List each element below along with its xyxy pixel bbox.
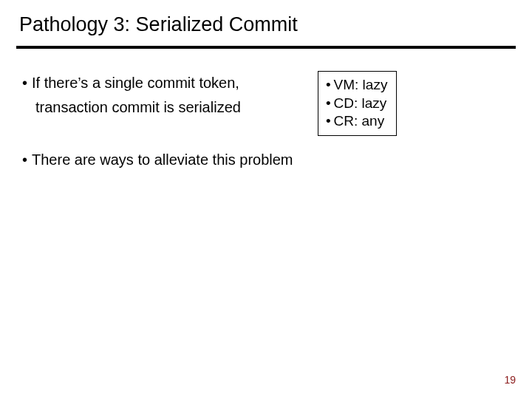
bullet-1-text-line1: If there’s a single commit token, bbox=[32, 75, 239, 91]
bullet-1-line2: transaction commit is serialized bbox=[22, 98, 241, 117]
slide: Pathology 3: Serialized Commit •If there… bbox=[0, 0, 532, 399]
page-number: 19 bbox=[504, 374, 516, 386]
slide-title: Pathology 3: Serialized Commit bbox=[19, 13, 298, 36]
bullet-2-text: There are ways to alleviate this problem bbox=[32, 151, 293, 168]
bullet-mark: • bbox=[22, 151, 27, 168]
cd-label: CD: bbox=[334, 95, 358, 111]
first-bullet-block: •If there’s a single commit token, trans… bbox=[22, 74, 510, 136]
title-rule bbox=[16, 46, 516, 49]
vm-label: VM: bbox=[334, 77, 359, 92]
bullet-1-text-line2: transaction commit is serialized bbox=[35, 99, 241, 115]
properties-box: •VM: lazy •CD: lazy •CR: any bbox=[318, 71, 398, 136]
slide-body: •If there’s a single commit token, trans… bbox=[22, 74, 510, 175]
cr-label: CR: bbox=[334, 113, 358, 129]
bullet-mark: • bbox=[22, 75, 27, 91]
bullet-mark: • bbox=[326, 113, 331, 129]
cd-value: lazy bbox=[362, 95, 387, 111]
box-row-cd: •CD: lazy bbox=[326, 95, 388, 113]
bullet-1: •If there’s a single commit token, trans… bbox=[22, 74, 241, 123]
bullet-2: •There are ways to alleviate this proble… bbox=[22, 151, 510, 169]
bullet-mark: • bbox=[326, 95, 331, 111]
box-row-cr: •CR: any bbox=[326, 112, 388, 131]
vm-value: lazy bbox=[363, 77, 388, 92]
bullet-1-line1: •If there’s a single commit token, bbox=[22, 74, 241, 92]
box-row-vm: •VM: lazy bbox=[326, 76, 388, 95]
bullet-mark: • bbox=[326, 77, 331, 92]
cr-value: any bbox=[362, 113, 385, 129]
